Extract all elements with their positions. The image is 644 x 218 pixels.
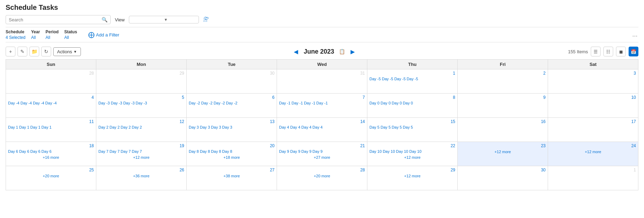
calendar-week-5: 25+20 more 26+36 more 27+38 more 28+20 m… [6, 166, 638, 190]
search-icon: 🔍 [102, 17, 108, 22]
filter-right: …​​ [632, 32, 638, 38]
calendar-cell: 28 [6, 69, 96, 94]
calendar-cell: 1 [548, 166, 638, 190]
top-bar: 🔍 View ▼ ⛈ [6, 15, 638, 24]
calendar-cell: 30 [458, 166, 548, 190]
calendar-cell: 31 [277, 69, 367, 94]
calendar-header-row: Sun Mon Tue Wed Thu Fri Sat [6, 60, 638, 69]
calendar-cell: 20Day 8 Day 8 Day 8 Day 8+18 more [187, 142, 277, 166]
calendar-cell: 4Day -4 Day -4 Day -4 Day -4 [6, 94, 96, 118]
calendar-cell: 27+38 more [187, 166, 277, 190]
chevron-down-icon: ▼ [164, 18, 196, 22]
calendar-week-1: 28 29 30 31 1Day -5 Day -5 Day -5 Day -5… [6, 69, 638, 94]
calendar-cell: 11Day 1 Day 1 Day 1 Day 1 [6, 118, 96, 142]
filter-bar: Schedule 4 Selected Year All Period All … [6, 27, 638, 42]
calendar-view-button[interactable]: 📅 [629, 47, 638, 56]
col-sun: Sun [6, 60, 96, 69]
calendar-table: Sun Mon Tue Wed Thu Fri Sat 28 29 30 31 … [6, 59, 638, 190]
col-tue: Tue [187, 60, 277, 69]
search-box: 🔍 [6, 15, 111, 24]
calendar-cell: 7Day -1 Day -1 Day -1 Day -1 [277, 94, 367, 118]
calendar-cell: 10 [548, 94, 638, 118]
calendar-cell: 28+20 more [277, 166, 367, 190]
view-select[interactable]: ▼ [129, 16, 199, 23]
col-mon: Mon [96, 60, 187, 69]
full-toolbar: + ✎ 📁 ↻ Actions ▼ ◀ June 2023 📋 ▶ 155 It… [6, 45, 638, 58]
prev-month-button[interactable]: ◀ [292, 48, 300, 56]
calendar-cell: 3 [548, 69, 638, 94]
actions-button[interactable]: Actions ▼ [53, 47, 81, 56]
month-title: June 2023 [304, 48, 334, 55]
calendar-cell: 26+36 more [96, 166, 187, 190]
col-wed: Wed [277, 60, 367, 69]
calendar-cell: 8Day 0 Day 0 Day 0 Day 0 [367, 94, 458, 118]
filter-icon[interactable]: ⛈ [203, 16, 209, 23]
calendar-week-2: 4Day -4 Day -4 Day -4 Day -4 5Day -3 Day… [6, 94, 638, 118]
calendar-cell: 25+20 more [6, 166, 96, 190]
add-filter-label: Add a Filter [96, 32, 119, 38]
calendar-cell: 29+12 more [367, 166, 458, 190]
calendar-cell: 30 [187, 69, 277, 94]
calendar-week-3: 11Day 1 Day 1 Day 1 Day 1 12Day 2 Day 2 … [6, 118, 638, 142]
col-fri: Fri [458, 60, 548, 69]
next-month-button[interactable]: ▶ [348, 48, 357, 56]
filter-schedule: Schedule 4 Selected [6, 29, 26, 40]
calendar-cell: 12Day 2 Day 2 Day 2 Day 2 [96, 118, 187, 142]
calendar-cell: 22Day 10 Day 10 Day 10 Day 10+12 more [367, 142, 458, 166]
refresh-button[interactable]: ↻ [41, 47, 51, 56]
calendar-cell: 5Day -3 Day -3 Day -3 Day -3 [96, 94, 187, 118]
toolbar-right: 155 Items ☰ ☷ ◼ 📅 [568, 47, 638, 56]
col-sat: Sat [548, 60, 638, 69]
page-container: Schedule Tasks 🔍 View ▼ ⛈ Schedule 4 Sel… [0, 0, 644, 194]
calendar-cell: 29 [96, 69, 187, 94]
page-title: Schedule Tasks [6, 4, 638, 12]
more-options-icon[interactable]: …​​ [632, 32, 638, 38]
search-input[interactable] [9, 17, 100, 22]
calendar-cell: 2 [458, 69, 548, 94]
calendar-cell: 1Day -5 Day -5 Day -5 Day -5 [367, 69, 458, 94]
calendar-cell-highlighted: 23+12 more [458, 142, 548, 166]
calendar-cell: 16 [458, 118, 548, 142]
calendar-cell: 15Day 5 Day 5 Day 5 Day 5 [367, 118, 458, 142]
folder-button[interactable]: 📁 [29, 47, 39, 56]
view-label: View [115, 17, 125, 22]
calendar-cell: 14Day 4 Day 4 Day 4 Day 4 [277, 118, 367, 142]
compact-view-button[interactable]: ☷ [603, 47, 613, 56]
calendar-week-4: 18Day 6 Day 6 Day 6 Day 6+16 more 19Day … [6, 142, 638, 166]
copy-icon[interactable]: 📋 [339, 49, 345, 54]
items-count: 155 Items [568, 49, 588, 54]
caret-down-icon: ▼ [74, 50, 77, 54]
calendar-cell: 21Day 9 Day 9 Day 9 Day 9+27 more [277, 142, 367, 166]
col-thu: Thu [367, 60, 458, 69]
add-button[interactable]: + [6, 47, 15, 56]
list-view-button[interactable]: ☰ [591, 47, 601, 56]
calendar-cell: 18Day 6 Day 6 Day 6 Day 6+16 more [6, 142, 96, 166]
filter-year: Year All [31, 29, 40, 40]
add-filter-button[interactable]: ⨁ Add a Filter [88, 31, 119, 39]
calendar-cell: 9 [458, 94, 548, 118]
split-view-button[interactable]: ◼ [616, 47, 626, 56]
plus-circle-icon: ⨁ [88, 31, 95, 39]
filter-status: Status All [64, 29, 77, 40]
calendar-cell: 6Day -2 Day -2 Day -2 Day -2 [187, 94, 277, 118]
edit-button[interactable]: ✎ [18, 47, 27, 56]
calendar-cell-highlighted: 24+12 more [548, 142, 638, 166]
actions-label: Actions [57, 49, 72, 54]
filter-period: Period All [46, 29, 58, 40]
calendar-cell: 17 [548, 118, 638, 142]
calendar-cell: 13Day 3 Day 3 Day 3 Day 3 [187, 118, 277, 142]
calendar-cell: 19Day 7 Day 7 Day 7 Day 7+12 more [96, 142, 187, 166]
